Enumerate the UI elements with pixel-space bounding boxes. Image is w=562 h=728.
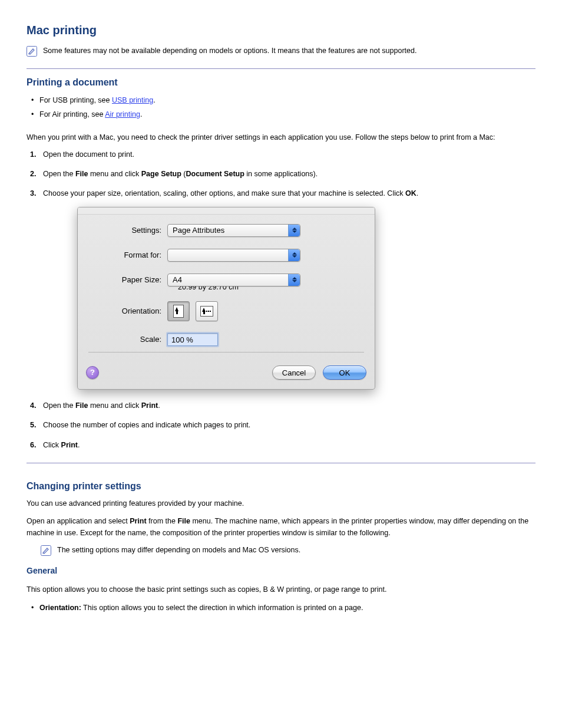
step-1: Open the document to print. <box>29 149 535 160</box>
popup-arrows-icon <box>288 249 300 261</box>
step-2: Open the File menu and click Page Setup … <box>29 169 535 180</box>
page-setup-dialog: Settings: Page Attributes Format for: <box>77 207 375 390</box>
settings-value: Page Attributes <box>173 225 224 236</box>
paper-size-popup[interactable]: A4 <box>167 274 300 286</box>
orientation-label: Orientation: <box>88 305 167 317</box>
steps-list: Open the document to print. Open the Fil… <box>29 149 535 452</box>
popup-arrows-icon <box>288 225 300 236</box>
dialog-titlebar <box>78 207 375 215</box>
note-icon <box>27 46 37 57</box>
svg-rect-1 <box>41 546 51 556</box>
help-button[interactable]: ? <box>86 366 99 379</box>
scale-row: Scale: <box>88 333 364 346</box>
ok-button[interactable]: OK <box>323 365 366 380</box>
general-options-list: Orientation: This option allows you to s… <box>29 601 535 615</box>
body-paragraph: You can use advanced printing features p… <box>27 498 535 509</box>
note-text: Some features may not be available depen… <box>43 45 416 57</box>
dialog-divider <box>88 352 364 353</box>
format-for-row: Format for: <box>88 249 364 262</box>
list-item: For Air printing, see Air printing. <box>29 108 535 122</box>
note-text: The setting options may differ depending… <box>57 545 300 556</box>
page-setup-dialog-screenshot: Settings: Page Attributes Format for: <box>77 207 535 390</box>
step-6: Click Print. <box>29 440 535 451</box>
step-3: Choose your paper size, orientation, sca… <box>29 188 535 390</box>
help-icon: ? <box>90 367 95 378</box>
step-5: Choose the number of copies and indicate… <box>29 420 535 431</box>
note-icon <box>41 545 51 556</box>
link-air-printing[interactable]: Air printing <box>105 110 140 118</box>
paper-size-label: Paper Size: <box>88 274 167 286</box>
scale-label: Scale: <box>88 334 167 345</box>
format-for-label: Format for: <box>88 249 167 261</box>
svg-rect-0 <box>27 47 37 57</box>
portrait-page-icon <box>173 305 184 318</box>
scale-input[interactable] <box>167 333 218 346</box>
sub-section-title: Changing printer settings <box>27 481 535 492</box>
divider <box>27 68 535 69</box>
intro-paragraph: When you print with a Mac, you need to c… <box>27 131 535 143</box>
note-row: Some features may not be available depen… <box>27 45 535 57</box>
orientation-landscape-button[interactable] <box>196 301 218 321</box>
format-for-popup[interactable] <box>167 249 300 262</box>
link-usb-printing[interactable]: USB printing <box>112 96 153 104</box>
cancel-button[interactable]: Cancel <box>272 365 316 380</box>
paper-size-value: A4 <box>173 274 182 286</box>
note-row: The setting options may differ depending… <box>41 545 535 556</box>
body-paragraph: Open an application and select Print fro… <box>27 515 535 539</box>
orientation-portrait-button[interactable] <box>167 301 190 321</box>
step-4: Open the File menu and click Print. <box>29 400 535 411</box>
sub-section-title: Printing a document <box>27 77 535 88</box>
settings-popup[interactable]: Page Attributes <box>167 224 300 237</box>
popup-arrows-icon <box>288 274 300 286</box>
see-also-list: For USB printing, see USB printing. For … <box>29 94 535 122</box>
landscape-page-icon <box>200 306 213 317</box>
orientation-row: Orientation: <box>88 301 364 321</box>
general-intro: This option allows you to choose the bas… <box>27 584 535 595</box>
general-heading: General <box>27 564 535 577</box>
list-item: Orientation: This option allows you to s… <box>29 601 535 615</box>
section-title: Mac printing <box>27 24 535 37</box>
settings-row: Settings: Page Attributes <box>88 224 364 237</box>
settings-label: Settings: <box>88 225 167 236</box>
divider <box>27 463 535 463</box>
list-item: For USB printing, see USB printing. <box>29 94 535 108</box>
